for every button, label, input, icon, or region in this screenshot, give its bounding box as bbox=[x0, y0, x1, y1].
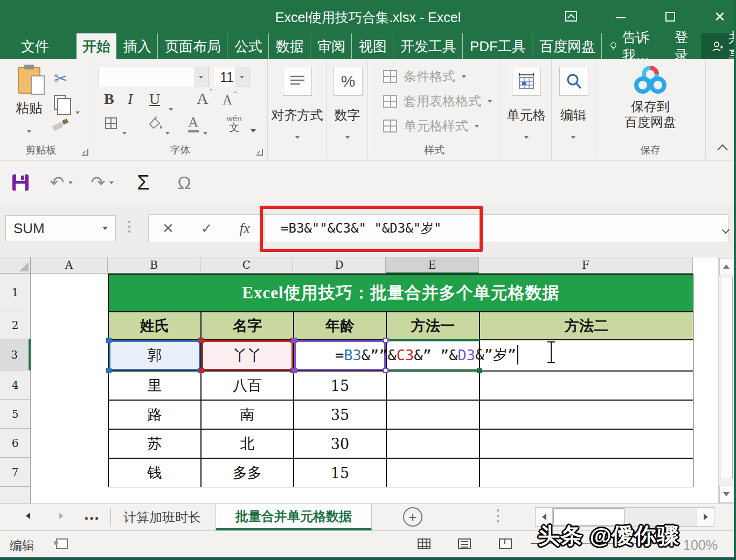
undo-button[interactable]: ↶ bbox=[41, 172, 82, 193]
cell-c5[interactable]: 南 bbox=[201, 400, 294, 429]
column-header-c[interactable]: C bbox=[200, 257, 293, 274]
cell-c6[interactable]: 北 bbox=[201, 429, 294, 458]
tab-baidu-netdisk[interactable]: 百度网盘 bbox=[533, 33, 602, 59]
editing-group[interactable]: 编辑 bbox=[552, 59, 595, 160]
tab-home[interactable]: 开始 bbox=[77, 33, 116, 59]
editing-dropdown[interactable] bbox=[571, 127, 575, 142]
enter-button[interactable]: ✓ bbox=[201, 220, 213, 237]
new-sheet-button[interactable]: + bbox=[403, 507, 422, 527]
sheet-next-button[interactable] bbox=[59, 512, 64, 521]
cells-group[interactable]: 单元格 bbox=[501, 59, 552, 160]
cell-styles-button[interactable]: 单元格样式 bbox=[383, 117, 479, 135]
row-header-1[interactable]: 1 bbox=[0, 274, 31, 311]
macro-record-icon[interactable] bbox=[56, 538, 68, 549]
cell-e7[interactable] bbox=[386, 458, 480, 487]
borders-button[interactable] bbox=[105, 117, 117, 132]
tab-view[interactable]: 视图 bbox=[353, 33, 393, 59]
column-header-f[interactable]: F bbox=[479, 257, 693, 274]
font-dialog-launcher[interactable] bbox=[256, 149, 263, 156]
cell-c7[interactable]: 多多 bbox=[201, 458, 294, 487]
cell-f5[interactable] bbox=[480, 400, 693, 429]
row-header-6[interactable]: 6 bbox=[0, 429, 31, 458]
cell-e5[interactable] bbox=[386, 400, 480, 429]
tab-page-layout[interactable]: 页面布局 bbox=[159, 33, 227, 59]
header-cell-surname[interactable]: 姓氏 bbox=[108, 312, 201, 340]
maximize-button[interactable] bbox=[659, 9, 681, 25]
tab-file[interactable]: 文件 bbox=[9, 33, 61, 59]
tab-developer[interactable]: 开发工具 bbox=[394, 33, 463, 59]
tab-data[interactable]: 数据 bbox=[270, 33, 310, 59]
conditional-formatting-button[interactable]: 条件格式 bbox=[383, 68, 466, 85]
name-box[interactable]: SUM bbox=[5, 215, 116, 241]
sheet-list-ellipsis[interactable]: … bbox=[84, 505, 100, 523]
bold-button[interactable]: B bbox=[104, 90, 114, 108]
cell-d4[interactable]: 15 bbox=[294, 371, 386, 400]
cell-d7[interactable]: 15 bbox=[294, 458, 386, 487]
copy-button[interactable] bbox=[54, 95, 66, 113]
number-group[interactable]: % 数字 bbox=[327, 59, 368, 160]
collapse-ribbon-button[interactable] bbox=[717, 144, 728, 155]
tab-scroll-splitter[interactable] bbox=[497, 509, 499, 522]
cell-b4[interactable]: 里 bbox=[108, 371, 201, 400]
format-painter-button[interactable] bbox=[53, 120, 69, 135]
cancel-button[interactable]: ✕ bbox=[162, 220, 174, 237]
font-name-dropdown[interactable] bbox=[194, 67, 208, 87]
cells-dropdown[interactable] bbox=[524, 127, 529, 142]
ribbon-display-options-button[interactable] bbox=[560, 9, 582, 25]
row-header-3[interactable]: 3 bbox=[0, 339, 31, 370]
column-header-d[interactable]: D bbox=[293, 257, 386, 274]
scroll-down-button[interactable] bbox=[719, 486, 733, 503]
number-dropdown[interactable] bbox=[345, 127, 350, 142]
close-button[interactable]: ✕ bbox=[709, 9, 731, 25]
row-header-2[interactable]: 2 bbox=[0, 311, 31, 339]
cut-button[interactable]: ✂ bbox=[54, 69, 67, 88]
clipboard-dialog-launcher[interactable] bbox=[82, 149, 88, 156]
paste-button[interactable]: 粘贴 bbox=[12, 67, 46, 136]
save-button[interactable] bbox=[0, 173, 41, 192]
row-header-5[interactable]: 5 bbox=[0, 400, 31, 429]
header-cell-age[interactable]: 年龄 bbox=[294, 312, 386, 340]
row-header-8-partial[interactable] bbox=[0, 487, 31, 503]
format-as-table-button[interactable]: 套用表格格式 bbox=[383, 93, 492, 110]
column-header-e[interactable]: E bbox=[386, 257, 479, 274]
save-to-baidu-button[interactable]: 保存到 百度网盘 bbox=[595, 65, 705, 130]
alignment-dropdown[interactable] bbox=[295, 127, 300, 142]
fill-color-dropdown[interactable] bbox=[165, 123, 170, 138]
cell-c3[interactable]: 丫丫 bbox=[201, 340, 294, 371]
vertical-scrollbar-thumb[interactable] bbox=[720, 277, 733, 479]
minimize-button[interactable] bbox=[610, 9, 631, 25]
vertical-scrollbar[interactable] bbox=[718, 257, 734, 503]
row-header-7[interactable]: 7 bbox=[0, 458, 31, 487]
cell-d6[interactable]: 30 bbox=[294, 429, 386, 458]
row-header-4[interactable]: 4 bbox=[0, 370, 31, 400]
borders-dropdown[interactable] bbox=[122, 123, 127, 138]
alignment-group[interactable]: 对齐方式 bbox=[268, 59, 327, 160]
cell-f4[interactable] bbox=[480, 371, 693, 400]
cell-f6[interactable] bbox=[480, 429, 693, 458]
phonetic-button[interactable]: wén 文 bbox=[227, 114, 242, 132]
underline-button[interactable]: U bbox=[149, 90, 160, 108]
sheet-tab-overtime[interactable]: 计算加班时长 bbox=[111, 504, 213, 530]
italic-button[interactable]: I bbox=[128, 90, 133, 108]
symbol-button[interactable]: Ω bbox=[164, 172, 205, 193]
copy-dropdown[interactable] bbox=[75, 102, 80, 117]
header-cell-givenname[interactable]: 名字 bbox=[201, 312, 294, 340]
sheet-prev-button[interactable] bbox=[26, 512, 30, 521]
font-size-combobox[interactable]: 11 bbox=[213, 67, 249, 87]
insert-function-button[interactable]: fx bbox=[240, 220, 251, 237]
fill-color-button[interactable] bbox=[147, 116, 163, 134]
share-button[interactable]: 共享 bbox=[701, 33, 736, 59]
header-cell-method2[interactable]: 方法二 bbox=[480, 312, 693, 340]
autosum-button[interactable]: Σ bbox=[123, 171, 164, 194]
table-title-cell[interactable]: Excel使用技巧：批量合并多个单元格数据 bbox=[108, 274, 693, 312]
page-break-view-button[interactable] bbox=[499, 538, 512, 549]
column-header-a[interactable]: A bbox=[31, 257, 108, 274]
cell-d5[interactable]: 35 bbox=[294, 400, 386, 429]
font-name-combobox[interactable] bbox=[99, 67, 209, 87]
sheet-tab-merge-cells[interactable]: 批量合并单元格数据 bbox=[216, 504, 372, 530]
font-color-dropdown[interactable] bbox=[203, 123, 207, 138]
page-layout-view-button[interactable] bbox=[458, 538, 471, 549]
cell-f7[interactable] bbox=[480, 458, 693, 487]
zoom-out-button[interactable]: − bbox=[530, 535, 538, 552]
cell-e4[interactable] bbox=[386, 371, 480, 400]
